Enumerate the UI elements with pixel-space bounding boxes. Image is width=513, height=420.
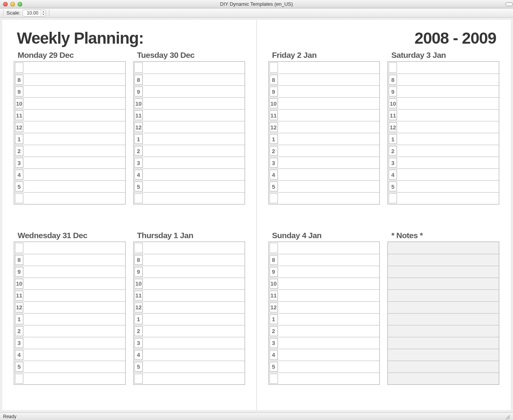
hour-row[interactable]: 11 [134, 109, 245, 121]
hour-row[interactable]: 11 [269, 109, 380, 121]
scale-step-down-icon[interactable]: ▼ [41, 13, 46, 16]
hour-slot[interactable] [144, 290, 245, 301]
hour-slot[interactable] [24, 109, 125, 121]
notes-row[interactable] [388, 266, 499, 278]
hour-slot[interactable] [24, 349, 125, 361]
hour-slot[interactable] [398, 193, 499, 204]
hour-row[interactable]: 4 [388, 168, 499, 180]
hour-slot[interactable] [144, 361, 245, 373]
hour-slot[interactable] [279, 266, 380, 278]
hour-row[interactable]: 8 [134, 74, 245, 85]
hour-slot[interactable] [24, 86, 125, 97]
hour-row[interactable]: 10 [134, 97, 245, 109]
hour-slot[interactable] [279, 133, 380, 145]
hour-row[interactable]: 5 [388, 180, 499, 192]
notes-row[interactable] [388, 289, 499, 301]
hour-row[interactable] [269, 192, 380, 204]
hour-slot[interactable] [398, 145, 499, 157]
hour-row[interactable]: 3 [14, 157, 125, 168]
hour-row[interactable]: 2 [134, 325, 245, 337]
hour-slot[interactable] [279, 337, 380, 349]
hour-row[interactable]: 9 [14, 85, 125, 97]
hour-row[interactable]: 8 [388, 74, 499, 85]
hour-slot[interactable] [398, 133, 499, 145]
close-window-button[interactable] [3, 2, 8, 7]
hour-slot[interactable] [279, 109, 380, 121]
hour-slot[interactable] [279, 121, 380, 133]
hour-slot[interactable] [144, 314, 245, 325]
hour-row[interactable] [14, 373, 125, 384]
hour-row[interactable]: 12 [269, 301, 380, 313]
notes-row[interactable] [388, 254, 499, 266]
hour-slot[interactable] [398, 86, 499, 97]
notes-row[interactable] [388, 373, 499, 384]
notes-row[interactable] [388, 301, 499, 313]
hour-row[interactable] [134, 373, 245, 384]
hour-slot[interactable] [279, 254, 380, 266]
hour-slot[interactable] [398, 169, 499, 180]
hour-slot[interactable] [398, 181, 499, 192]
hour-slot[interactable] [398, 98, 499, 109]
notes-row[interactable] [388, 325, 499, 337]
hour-slot[interactable] [279, 325, 380, 337]
hour-row[interactable]: 12 [134, 121, 245, 133]
hour-slot[interactable] [144, 181, 245, 192]
hour-slot[interactable] [24, 157, 125, 168]
hour-row[interactable]: 10 [388, 97, 499, 109]
hour-row[interactable]: 9 [269, 266, 380, 278]
hour-slot[interactable] [279, 361, 380, 373]
hour-row[interactable]: 8 [269, 254, 380, 266]
minimize-window-button[interactable] [10, 2, 15, 7]
hour-row[interactable]: 5 [134, 180, 245, 192]
hour-row[interactable]: 11 [134, 289, 245, 301]
hour-row[interactable] [14, 242, 125, 254]
hour-row[interactable]: 2 [388, 145, 499, 157]
hour-row[interactable] [134, 192, 245, 204]
hour-row[interactable]: 2 [269, 325, 380, 337]
hour-slot[interactable] [24, 314, 125, 325]
hour-slot[interactable] [24, 290, 125, 301]
hour-slot[interactable] [279, 349, 380, 361]
hour-row[interactable]: 1 [269, 313, 380, 325]
hour-row[interactable]: 12 [14, 121, 125, 133]
hour-slot[interactable] [279, 278, 380, 289]
hour-slot[interactable] [398, 157, 499, 168]
hour-slot[interactable] [24, 361, 125, 373]
hour-slot[interactable] [24, 193, 125, 204]
hour-row[interactable]: 11 [14, 289, 125, 301]
hour-slot[interactable] [144, 86, 245, 97]
hour-slot[interactable] [279, 181, 380, 192]
hour-slot[interactable] [24, 133, 125, 145]
hour-slot[interactable] [144, 169, 245, 180]
hour-row[interactable]: 4 [14, 349, 125, 361]
hour-row[interactable]: 1 [269, 133, 380, 145]
hour-row[interactable]: 4 [14, 168, 125, 180]
hour-slot[interactable] [144, 98, 245, 109]
hour-slot[interactable] [279, 145, 380, 157]
hour-row[interactable]: 1 [14, 313, 125, 325]
hour-row[interactable]: 12 [14, 301, 125, 313]
hour-row[interactable]: 3 [134, 157, 245, 168]
hour-slot[interactable] [279, 242, 380, 254]
hour-slot[interactable] [144, 109, 245, 121]
hour-row[interactable] [14, 192, 125, 204]
hour-row[interactable]: 5 [14, 180, 125, 192]
hour-row[interactable]: 10 [269, 278, 380, 289]
hour-slot[interactable] [24, 302, 125, 313]
notes-row[interactable] [388, 278, 499, 289]
hour-row[interactable]: 3 [388, 157, 499, 168]
hour-slot[interactable] [279, 62, 380, 74]
hour-slot[interactable] [144, 349, 245, 361]
hour-row[interactable]: 8 [14, 74, 125, 85]
hour-slot[interactable] [144, 337, 245, 349]
hour-row[interactable]: 4 [269, 349, 380, 361]
hour-slot[interactable] [24, 98, 125, 109]
hour-row[interactable]: 4 [269, 168, 380, 180]
hour-slot[interactable] [398, 109, 499, 121]
hour-row[interactable]: 10 [14, 97, 125, 109]
hour-row[interactable] [388, 192, 499, 204]
hour-row[interactable]: 4 [134, 168, 245, 180]
hour-row[interactable] [269, 242, 380, 254]
scale-value[interactable]: 10.00 [23, 10, 41, 16]
hour-slot[interactable] [24, 266, 125, 278]
